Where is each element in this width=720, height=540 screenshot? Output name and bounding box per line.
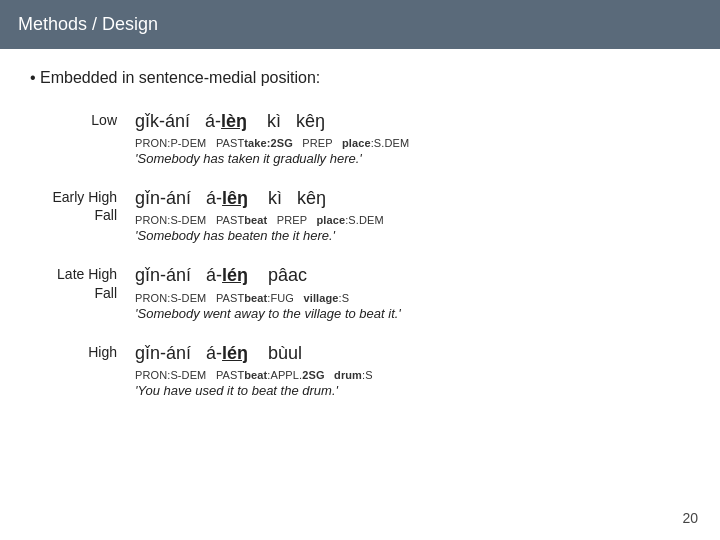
section-high: High gǐn-ání á-léŋ bùul PRON:S-DEM PASTb… [30, 341, 690, 400]
tone-label-low: Low [30, 109, 135, 129]
example-high: gǐn-ání á-léŋ bùul PRON:S-DEM PASTbeat:A… [135, 341, 690, 400]
gloss-late-high-fall: PRON:S-DEM PASTbeat:FUG village:S [135, 292, 690, 304]
ipa-late-high-fall: gǐn-ání á-léŋ pâac [135, 263, 690, 288]
page-header: Methods / Design [0, 0, 720, 49]
translation-early-high-fall: 'Somebody has beaten the it here.' [135, 228, 690, 243]
section-early-high-fall: Early HighFall gǐn-ání á-lêŋ kì kêŋ PRON… [30, 186, 690, 245]
translation-high: 'You have used it to beat the drum.' [135, 383, 690, 398]
gloss-low: PRON:P-DEM PASTtake:2SG PREP place:S.DEM [135, 137, 690, 149]
tone-label-early-high-fall: Early HighFall [30, 186, 135, 224]
translation-late-high-fall: 'Somebody went away to the village to be… [135, 306, 690, 321]
header-title: Methods / Design [18, 14, 158, 34]
section-low: Low gǐk-ání á-lèŋ kì kêŋ PRON:P-DEM PAST… [30, 109, 690, 168]
example-late-high-fall: gǐn-ání á-léŋ pâac PRON:S-DEM PASTbeat:F… [135, 263, 690, 322]
gloss-high: PRON:S-DEM PASTbeat:APPL.2SG drum:S [135, 369, 690, 381]
tone-label-high: High [30, 341, 135, 361]
section-heading: • Embedded in sentence-medial position: [30, 69, 690, 87]
example-early-high-fall: gǐn-ání á-lêŋ kì kêŋ PRON:S-DEM PASTbeat… [135, 186, 690, 245]
ipa-low: gǐk-ání á-lèŋ kì kêŋ [135, 109, 690, 134]
section-late-high-fall: Late HighFall gǐn-ání á-léŋ pâac PRON:S-… [30, 263, 690, 322]
ipa-early-high-fall: gǐn-ání á-lêŋ kì kêŋ [135, 186, 690, 211]
main-content: • Embedded in sentence-medial position: … [0, 49, 720, 438]
page-number: 20 [682, 510, 698, 526]
example-low: gǐk-ání á-lèŋ kì kêŋ PRON:P-DEM PASTtake… [135, 109, 690, 168]
ipa-high: gǐn-ání á-léŋ bùul [135, 341, 690, 366]
translation-low: 'Somebody has taken it gradually here.' [135, 151, 690, 166]
gloss-early-high-fall: PRON:S-DEM PASTbeat PREP place:S.DEM [135, 214, 690, 226]
tone-label-late-high-fall: Late HighFall [30, 263, 135, 301]
